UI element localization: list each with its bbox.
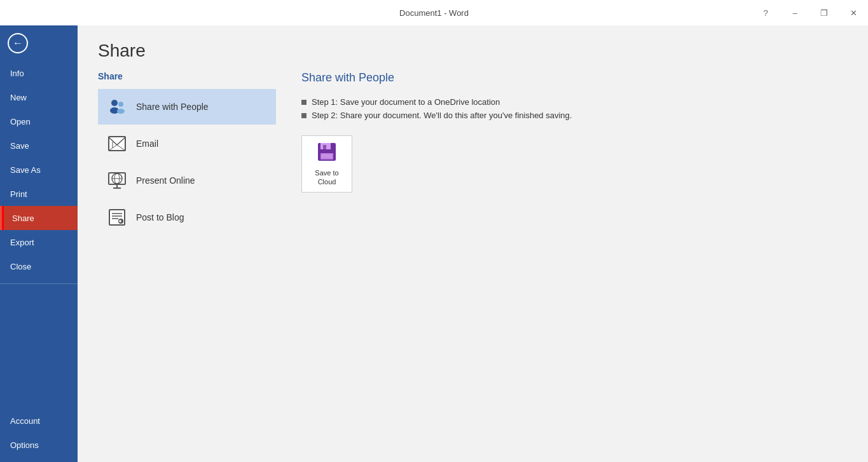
sidebar: ← Info New Open Save Save As Print S (0, 25, 78, 462)
sidebar-item-account[interactable]: Account (0, 409, 78, 433)
step-1-text: Step 1: Save your document to a OneDrive… (312, 97, 500, 107)
sidebar-item-label-share: Share (12, 214, 34, 223)
back-arrow-icon: ← (13, 37, 23, 49)
sidebar-item-label-options: Options (10, 440, 39, 450)
step-2-text: Step 2: Share your document. We'll do th… (312, 111, 572, 120)
svg-rect-7 (112, 142, 113, 148)
sidebar-nav: Info New Open Save Save As Print Share E… (0, 61, 78, 462)
sidebar-item-label-account: Account (10, 416, 40, 426)
sidebar-item-export[interactable]: Export (0, 230, 78, 254)
step-bullet-1 (301, 100, 307, 105)
sidebar-item-label-info: Info (10, 69, 24, 78)
sidebar-item-label-export: Export (10, 238, 34, 247)
people-icon (106, 95, 128, 118)
svg-point-3 (117, 109, 125, 114)
close-button[interactable]: ✕ (839, 0, 868, 25)
sidebar-item-label-close: Close (10, 262, 31, 271)
share-steps: Step 1: Save your document to a OneDrive… (301, 97, 848, 120)
share-right-title: Share with People (301, 71, 848, 85)
save-cloud-label: Save to Cloud (315, 168, 338, 187)
sidebar-item-new[interactable]: New (0, 85, 78, 109)
document-title: Document1 - Word (399, 8, 469, 18)
sidebar-divider (0, 283, 78, 284)
share-with-people-label: Share with People (136, 102, 209, 112)
share-option-email[interactable]: Email (98, 126, 276, 161)
present-online-icon (106, 169, 128, 192)
sidebar-item-open[interactable]: Open (0, 109, 78, 133)
back-button[interactable]: ← (5, 31, 31, 56)
sidebar-item-label-open: Open (10, 117, 31, 126)
share-layout: Share (78, 71, 868, 462)
sidebar-item-save-as[interactable]: Save As (0, 158, 78, 182)
share-options-list: Share with People (98, 89, 276, 235)
share-option-present-online[interactable]: Present Online (98, 163, 276, 198)
svg-rect-24 (320, 153, 333, 160)
share-left-title: Share (98, 71, 276, 81)
sidebar-item-label-save: Save (10, 141, 29, 151)
sidebar-item-label-new: New (10, 93, 27, 102)
content-area: Share Share (78, 25, 868, 462)
page-title: Share (78, 25, 868, 71)
sidebar-item-share[interactable]: Share (0, 206, 78, 230)
svg-point-0 (111, 100, 118, 106)
sidebar-item-close[interactable]: Close (0, 254, 78, 278)
share-option-share-with-people[interactable]: Share with People (98, 89, 276, 125)
app-body: ← Info New Open Save Save As Print S (0, 25, 868, 462)
share-step-1: Step 1: Save your document to a OneDrive… (301, 97, 848, 107)
svg-rect-23 (323, 145, 326, 149)
window-buttons: ? – ❐ ✕ (751, 0, 868, 25)
share-right-panel: Share with People Step 1: Save your docu… (276, 71, 848, 442)
sidebar-item-info[interactable]: Info (0, 61, 78, 85)
restore-button[interactable]: ❐ (809, 0, 839, 25)
title-bar: Document1 - Word ? – ❐ ✕ (0, 0, 868, 25)
share-option-post-to-blog[interactable]: Post to Blog (98, 200, 276, 235)
floppy-disk-icon (317, 142, 337, 165)
email-icon (106, 132, 128, 155)
window-controls: ? – ❐ ✕ (751, 0, 868, 25)
svg-point-2 (118, 102, 123, 107)
help-button[interactable]: ? (751, 0, 780, 25)
email-label: Email (136, 139, 158, 149)
post-to-blog-label: Post to Blog (136, 212, 184, 222)
minimize-button[interactable]: – (780, 0, 809, 25)
back-circle-icon: ← (8, 33, 28, 53)
save-to-cloud-button[interactable]: Save to Cloud (301, 135, 352, 193)
share-step-2: Step 2: Share your document. We'll do th… (301, 111, 848, 120)
sidebar-item-label-print: Print (10, 189, 27, 199)
sidebar-item-save[interactable]: Save (0, 133, 78, 158)
share-left-panel: Share (98, 71, 276, 442)
sidebar-bottom: Account Options (0, 409, 78, 462)
sidebar-item-options[interactable]: Options (0, 433, 78, 457)
step-bullet-2 (301, 113, 307, 118)
sidebar-item-label-save-as: Save As (10, 165, 41, 175)
sidebar-item-print[interactable]: Print (0, 182, 78, 206)
present-online-label: Present Online (136, 175, 195, 186)
blog-icon (106, 206, 128, 229)
